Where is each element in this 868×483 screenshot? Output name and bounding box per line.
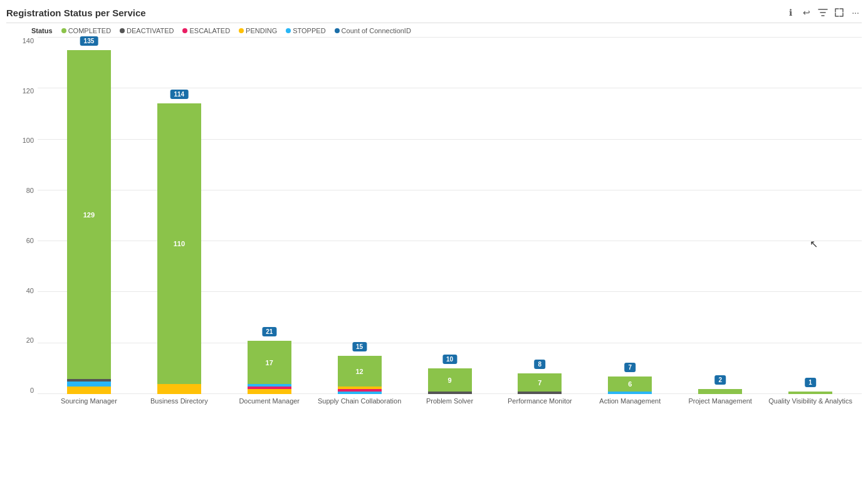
legend-escalated-dot	[182, 28, 187, 33]
bar-segment-pending-1	[157, 384, 201, 394]
y-label-120: 120	[23, 87, 34, 95]
bar-group-document-manager[interactable]: 2117	[224, 37, 315, 394]
bar-segment-pending-3	[338, 387, 382, 389]
segment-label-1: 110	[157, 103, 201, 384]
bar-group-project-management[interactable]: 2	[675, 37, 765, 394]
x-label-0: Sourcing Manager	[44, 394, 134, 425]
legend-escalated-label: ESCALATED	[189, 27, 230, 34]
bar-segment-completed-6: 6	[608, 377, 652, 392]
bar-segment-completed-3: 12	[338, 356, 382, 387]
legend-count: Count of ConnectionID	[335, 27, 411, 34]
chart-title: Registration Status per Service	[6, 8, 146, 18]
legend-stopped-dot	[286, 28, 291, 33]
y-label-40: 40	[26, 287, 34, 294]
info-icon[interactable]: ℹ	[784, 6, 797, 19]
y-label-100: 100	[23, 137, 34, 144]
legend-status-label: Status	[31, 27, 53, 34]
legend-count-label: Count of ConnectionID	[342, 27, 411, 34]
y-label-60: 60	[26, 237, 34, 244]
header-icons: ℹ ↩ ···	[784, 6, 862, 19]
legend-pending-label: PENDING	[246, 27, 277, 34]
legend-pending: PENDING	[239, 27, 277, 34]
legend-completed-dot	[61, 28, 66, 33]
segment-label-2: 17	[248, 341, 291, 384]
back-icon[interactable]: ↩	[800, 6, 813, 19]
x-label-6: Action Management	[585, 394, 675, 425]
bar-total-0: 135	[80, 36, 98, 46]
bar-segment-completed-1: 110	[157, 103, 201, 384]
bar-group-sourcing-manager[interactable]: 135129	[44, 37, 134, 394]
bar-group-action-management[interactable]: 76	[585, 37, 675, 394]
bar-segment-stopped-2	[248, 384, 291, 387]
expand-icon[interactable]	[833, 6, 845, 19]
segment-label-3: 12	[338, 356, 382, 387]
bar-segment-escalated-2	[248, 387, 291, 389]
legend-deactivated-label: DEACTIVATED	[127, 27, 174, 34]
bar-segment-completed-5: 7	[518, 373, 562, 392]
legend-deactivated-dot	[120, 28, 125, 33]
bar-total-8: 1	[805, 378, 816, 387]
bar-segment-deactivated-0	[67, 379, 111, 382]
x-label-1: Business Directory	[134, 394, 224, 425]
bars-area: 13512911411021171512109877621	[38, 37, 862, 394]
filter-icon[interactable]	[817, 6, 829, 19]
bar-group-supply-chain-collaboration[interactable]: 1512	[315, 37, 405, 394]
legend: Status COMPLETED DEACTIVATED ESCALATED P…	[31, 27, 862, 34]
bar-segment-completed-2: 17	[248, 341, 291, 384]
chart-container: Registration Status per Service ℹ ↩ ··· …	[0, 0, 868, 483]
bar-segment-pending-0	[67, 387, 111, 394]
bar-segment-pending-2	[248, 389, 291, 394]
x-label-2: Document Manager	[224, 394, 315, 425]
bar-group-problem-solver[interactable]: 109	[405, 37, 495, 394]
y-label-140: 140	[23, 37, 34, 44]
bar-total-7: 2	[714, 375, 726, 385]
legend-completed-label: COMPLETED	[68, 27, 111, 34]
y-label-0: 0	[30, 387, 34, 394]
x-labels: Sourcing ManagerBusiness DirectoryDocume…	[38, 394, 862, 425]
legend-pending-dot	[239, 28, 244, 33]
plot-area: 13512911411021171512109877621 Sourcing M…	[38, 37, 862, 425]
x-label-7: Project Management	[675, 394, 765, 425]
bar-group-performance-monitor[interactable]: 87	[494, 37, 585, 394]
segment-label-5: 7	[518, 373, 562, 392]
chart-area: 140 120 100 80 60 40 20 0 13512911	[13, 37, 862, 425]
bar-total-6: 7	[625, 363, 636, 372]
legend-count-dot	[335, 28, 340, 33]
segment-label-4: 9	[428, 368, 472, 392]
bar-total-5: 8	[535, 360, 546, 369]
segment-label-0: 129	[67, 50, 111, 379]
bar-segment-escalated-3	[338, 389, 382, 392]
bar-segment-stopped-0	[67, 382, 111, 387]
bar-total-2: 21	[262, 327, 276, 336]
more-icon[interactable]: ···	[849, 6, 862, 19]
y-label-80: 80	[26, 187, 34, 194]
legend-stopped-label: STOPPED	[293, 27, 325, 34]
chart-header: Registration Status per Service ℹ ↩ ···	[6, 6, 862, 19]
bar-total-1: 114	[170, 90, 188, 99]
x-label-3: Supply Chain Collaboration	[315, 394, 405, 425]
legend-deactivated: DEACTIVATED	[120, 27, 174, 34]
x-label-8: Quality Visibility & Analytics	[765, 394, 855, 425]
bar-segment-completed-0: 129	[67, 50, 111, 379]
bar-group-quality-visibility-&-analytics[interactable]: 1	[765, 37, 855, 394]
legend-stopped: STOPPED	[286, 27, 325, 34]
legend-escalated: ESCALATED	[182, 27, 230, 34]
x-label-5: Performance Monitor	[494, 394, 585, 425]
bar-group-business-directory[interactable]: 114110	[134, 37, 224, 394]
bar-total-3: 15	[352, 342, 367, 351]
legend-completed: COMPLETED	[61, 27, 111, 34]
x-label-4: Problem Solver	[405, 394, 495, 425]
bar-total-4: 10	[442, 355, 457, 364]
y-axis: 140 120 100 80 60 40 20 0	[13, 37, 38, 425]
header-divider	[6, 23, 862, 23]
y-label-20: 20	[26, 336, 34, 344]
bar-segment-completed-7	[698, 389, 742, 394]
segment-label-6: 6	[608, 377, 652, 392]
bar-segment-completed-4: 9	[428, 368, 472, 392]
